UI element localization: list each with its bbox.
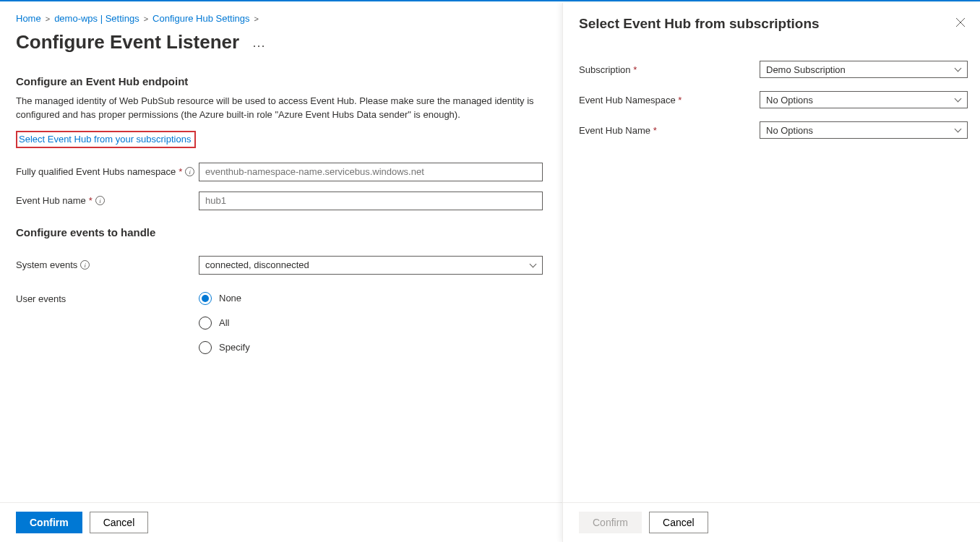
- main-panel: Home > demo-wps | Settings > Configure H…: [0, 3, 562, 542]
- system-events-select[interactable]: connected, disconnected: [199, 256, 543, 275]
- section-heading-events: Configure events to handle: [16, 226, 546, 238]
- namespace-row: Fully qualified Event Hubs namespace * i: [16, 163, 546, 181]
- radio-icon: [199, 317, 212, 330]
- close-button[interactable]: [954, 16, 967, 32]
- chevron-right-icon: >: [254, 14, 259, 23]
- info-icon[interactable]: i: [95, 196, 105, 205]
- page-title-row: Configure Event Listener ⋯: [16, 31, 546, 53]
- required-indicator: *: [89, 195, 93, 206]
- radio-specify[interactable]: Specify: [199, 341, 250, 354]
- endpoint-description: The managed identity of Web PubSub resou…: [16, 95, 543, 122]
- side-namespace-select[interactable]: No Options: [760, 91, 968, 108]
- breadcrumb: Home > demo-wps | Settings > Configure H…: [16, 13, 546, 24]
- close-icon: [955, 17, 966, 27]
- breadcrumb-settings[interactable]: demo-wps | Settings: [54, 13, 139, 24]
- side-namespace-label: Event Hub Namespace *: [579, 95, 760, 106]
- side-namespace-row: Event Hub Namespace * No Options: [579, 91, 980, 108]
- side-footer: Confirm Cancel: [563, 502, 980, 542]
- hubname-label: Event Hub name * i: [16, 195, 199, 206]
- user-events-radio-group: None All Specify: [199, 292, 250, 354]
- page-title: Configure Event Listener: [16, 31, 239, 53]
- side-name-row: Event Hub Name * No Options: [579, 121, 980, 139]
- chevron-right-icon: >: [144, 14, 148, 23]
- subscription-value: Demo Subscription: [766, 64, 846, 75]
- required-indicator: *: [633, 64, 637, 75]
- radio-icon: [199, 341, 212, 354]
- required-indicator: *: [653, 125, 657, 136]
- system-events-label-text: System events: [16, 259, 77, 270]
- subscription-row: Subscription * Demo Subscription: [579, 61, 980, 78]
- subscription-select[interactable]: Demo Subscription: [760, 61, 968, 78]
- select-event-hub-link[interactable]: Select Event Hub from your subscriptions: [16, 131, 196, 148]
- namespace-input[interactable]: [199, 163, 543, 181]
- user-events-label-text: User events: [16, 293, 66, 304]
- info-icon[interactable]: i: [185, 167, 194, 176]
- radio-label-specify: Specify: [219, 342, 250, 353]
- side-name-select[interactable]: No Options: [760, 121, 968, 139]
- chevron-down-icon: [954, 66, 961, 73]
- radio-label-none: None: [219, 293, 241, 304]
- side-panel: Select Event Hub from subscriptions Subs…: [562, 3, 980, 542]
- main-footer: Confirm Cancel: [0, 502, 562, 542]
- side-cancel-button[interactable]: Cancel: [649, 512, 708, 533]
- chevron-down-icon: [529, 262, 536, 269]
- side-namespace-label-text: Event Hub Namespace: [579, 95, 676, 106]
- radio-label-all: All: [219, 317, 229, 328]
- more-actions-button[interactable]: ⋯: [252, 38, 265, 53]
- side-name-label-text: Event Hub Name: [579, 125, 650, 136]
- subscription-label: Subscription *: [579, 64, 760, 75]
- namespace-label: Fully qualified Event Hubs namespace * i: [16, 166, 199, 177]
- system-events-value: connected, disconnected: [205, 259, 309, 270]
- side-header: Select Event Hub from subscriptions: [579, 16, 980, 32]
- section-heading-endpoint: Configure an Event Hub endpoint: [16, 75, 546, 87]
- user-events-label: User events: [16, 292, 199, 304]
- subscription-label-text: Subscription: [579, 64, 631, 75]
- namespace-label-text: Fully qualified Event Hubs namespace: [16, 166, 176, 177]
- side-name-label: Event Hub Name *: [579, 125, 760, 136]
- required-indicator: *: [179, 166, 182, 177]
- hubname-label-text: Event Hub name: [16, 195, 86, 206]
- user-events-row: User events None All Specify: [16, 292, 546, 354]
- side-confirm-button[interactable]: Confirm: [579, 512, 642, 533]
- side-name-value: No Options: [766, 125, 813, 136]
- required-indicator: *: [678, 95, 682, 106]
- chevron-down-icon: [954, 96, 961, 103]
- side-namespace-value: No Options: [766, 95, 813, 106]
- breadcrumb-configure-hub[interactable]: Configure Hub Settings: [152, 13, 249, 24]
- chevron-right-icon: >: [46, 14, 50, 23]
- hubname-row: Event Hub name * i: [16, 192, 546, 210]
- breadcrumb-home[interactable]: Home: [16, 13, 41, 24]
- chevron-down-icon: [954, 126, 961, 134]
- radio-none[interactable]: None: [199, 292, 250, 305]
- confirm-button[interactable]: Confirm: [16, 512, 82, 533]
- info-icon[interactable]: i: [80, 260, 90, 270]
- system-events-label: System events i: [16, 259, 199, 270]
- system-events-row: System events i connected, disconnected: [16, 256, 546, 275]
- side-panel-title: Select Event Hub from subscriptions: [579, 16, 820, 32]
- radio-all[interactable]: All: [199, 317, 250, 330]
- hubname-input[interactable]: [199, 192, 543, 210]
- radio-icon: [199, 292, 212, 305]
- cancel-button[interactable]: Cancel: [90, 512, 149, 533]
